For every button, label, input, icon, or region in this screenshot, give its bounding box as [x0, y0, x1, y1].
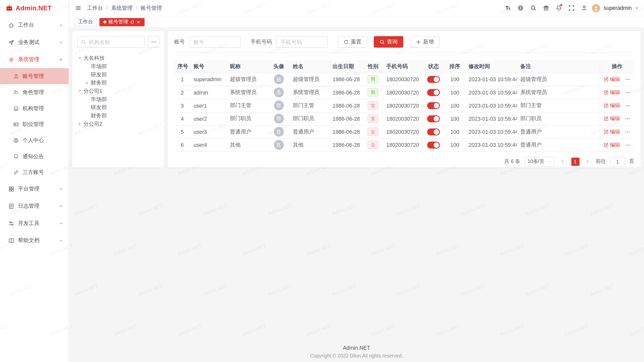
- notifications-button[interactable]: [554, 3, 564, 13]
- cell-status: [423, 73, 444, 86]
- sidebar-item-role-mgmt[interactable]: 角色管理: [0, 84, 69, 100]
- sidebar-item-system[interactable]: 系统管理: [0, 51, 69, 68]
- sidebar-item-help-docs[interactable]: 帮助文档: [0, 232, 69, 249]
- caret-expanded-icon[interactable]: [78, 90, 82, 92]
- phone-input[interactable]: [276, 36, 328, 48]
- account-label: 账号: [174, 38, 185, 46]
- edit-button[interactable]: 编辑: [604, 128, 620, 135]
- account-input[interactable]: [189, 36, 241, 48]
- sidebar-item-org-mgmt[interactable]: 机构管理: [0, 100, 69, 116]
- collapse-menu-button[interactable]: [73, 3, 83, 13]
- search-label: 查询: [387, 38, 397, 46]
- cell-gender: 女: [363, 125, 383, 138]
- add-button[interactable]: 新增: [410, 36, 439, 48]
- goto-page-input[interactable]: [610, 157, 625, 166]
- font-size-button[interactable]: [503, 3, 512, 13]
- sidebar-item-personal-center[interactable]: 个人中心: [0, 132, 69, 148]
- toggle-knob: [434, 116, 439, 121]
- search-button[interactable]: [528, 3, 538, 13]
- reset-button[interactable]: 重置: [338, 36, 367, 48]
- status-toggle[interactable]: [427, 115, 440, 122]
- cell-nickname: 其他: [227, 138, 268, 151]
- theme-button[interactable]: [541, 3, 551, 13]
- tree-node[interactable]: 市场部: [77, 62, 159, 71]
- tree-node-label: 分公司1: [83, 87, 102, 95]
- cell-actions: 编辑: [600, 112, 634, 125]
- sidebar-item-business-test[interactable]: 业务测试: [0, 34, 69, 51]
- chevron-down-icon[interactable]: [634, 6, 639, 10]
- fullscreen-button[interactable]: [567, 3, 576, 13]
- sidebar-item-notice[interactable]: 通知公告: [0, 148, 69, 164]
- caret-expanded-icon[interactable]: [78, 57, 82, 59]
- sidebar-item-platform-mgmt[interactable]: 平台管理: [0, 180, 69, 198]
- cell-modified-time: 2023-01-03 10:59:44: [465, 112, 517, 125]
- tree-node[interactable]: 财务部: [77, 79, 159, 87]
- tree-node[interactable]: 研发部: [77, 71, 159, 79]
- edit-button[interactable]: 编辑: [604, 89, 620, 96]
- cell-modified-time: 2023-01-03 10:59:44: [465, 138, 517, 151]
- edit-button[interactable]: 编辑: [604, 76, 620, 83]
- tab-account-mgmt[interactable]: 账号管理: [99, 18, 145, 26]
- tree-node[interactable]: 分公司2: [77, 120, 159, 128]
- tab-refresh-icon[interactable]: [130, 20, 134, 24]
- page-number-button[interactable]: 1: [571, 157, 579, 166]
- avatar[interactable]: [592, 4, 600, 12]
- refresh-icon: [343, 39, 349, 44]
- cell-remark: 普通用户: [517, 138, 600, 151]
- tree-more-button[interactable]: [148, 36, 159, 48]
- user-settings-button[interactable]: [579, 3, 589, 13]
- more-actions-button[interactable]: [625, 90, 630, 95]
- sidebar-item-workbench[interactable]: 工作台: [0, 16, 69, 34]
- cell-phone: 18020030720: [383, 112, 423, 125]
- language-button[interactable]: [515, 3, 525, 13]
- breadcrumb-item[interactable]: 账号管理: [141, 4, 162, 12]
- breadcrumb-item[interactable]: 系统管理: [111, 4, 133, 12]
- more-actions-button[interactable]: [625, 116, 630, 121]
- toggle-knob: [434, 142, 439, 148]
- org-search-input[interactable]: [89, 39, 141, 45]
- search-button[interactable]: 查询: [374, 36, 404, 48]
- status-toggle[interactable]: [427, 142, 440, 149]
- tree-node[interactable]: 研发部: [77, 103, 159, 112]
- caret-collapsed-icon[interactable]: [79, 122, 81, 126]
- sidebar-item-position-mgmt[interactable]: 职位管理: [0, 116, 69, 132]
- column-header: 手机号码: [383, 60, 423, 73]
- next-page-button[interactable]: [583, 157, 592, 166]
- username[interactable]: superadmin: [604, 5, 632, 11]
- tree-node[interactable]: 市场部: [77, 95, 159, 104]
- tree-node[interactable]: 大名科技: [77, 54, 159, 63]
- cell-index: 4: [174, 112, 190, 125]
- breadcrumb-item[interactable]: 工作台: [87, 4, 103, 12]
- status-toggle[interactable]: [427, 76, 440, 83]
- tabs-bar: 工作台 账号管理: [69, 16, 644, 28]
- sidebar-item-label: 帮助文档: [18, 237, 55, 244]
- status-toggle[interactable]: [427, 89, 440, 96]
- cell-account: admin: [190, 86, 227, 99]
- logo[interactable]: Admin.NET: [0, 0, 69, 16]
- sidebar-item-account-mgmt[interactable]: 账号管理: [0, 68, 69, 84]
- more-actions-button[interactable]: [625, 103, 630, 108]
- tree-node[interactable]: 财务部: [77, 112, 159, 120]
- cell-gender: 女: [363, 112, 383, 125]
- edit-button[interactable]: 编辑: [604, 115, 620, 122]
- more-actions-button[interactable]: [625, 142, 630, 148]
- cell-remark: 部门主管: [517, 99, 600, 112]
- more-actions-button[interactable]: [625, 77, 630, 82]
- edit-button[interactable]: 编辑: [604, 142, 620, 149]
- sidebar-item-label: 机构管理: [23, 105, 44, 112]
- page-size-select[interactable]: 10条/页: [524, 157, 555, 166]
- sidebar-item-dev-tools[interactable]: 开发工具: [0, 215, 69, 232]
- tree-node[interactable]: 分公司1: [77, 87, 159, 95]
- paper-plane-icon: [8, 39, 14, 45]
- tab-workbench[interactable]: 工作台: [74, 18, 97, 26]
- tab-close-icon[interactable]: [136, 20, 140, 24]
- prev-page-button[interactable]: [559, 157, 567, 166]
- edit-button[interactable]: 编辑: [604, 102, 620, 109]
- sidebar-item-label: 工作台: [18, 21, 55, 29]
- status-toggle[interactable]: [427, 102, 440, 109]
- caret-collapsed-icon[interactable]: [86, 81, 88, 84]
- sidebar-item-log-mgmt[interactable]: 日志管理: [0, 197, 69, 215]
- sidebar-item-third-party-account[interactable]: 三方账号: [0, 164, 69, 180]
- more-actions-button[interactable]: [625, 129, 630, 134]
- status-toggle[interactable]: [427, 128, 440, 135]
